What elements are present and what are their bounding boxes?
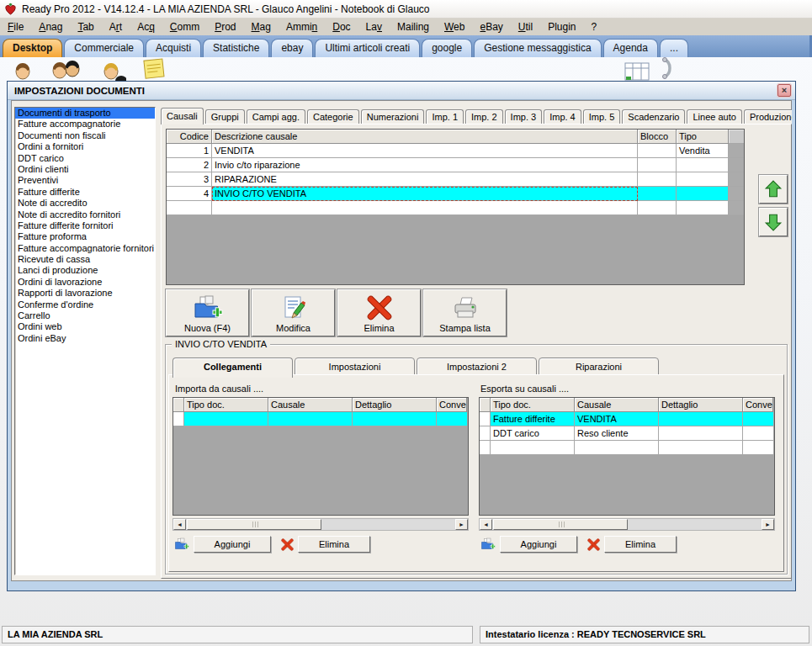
scroll-right-icon[interactable]: ► bbox=[762, 519, 774, 530]
tab-produzione[interactable]: Produzione bbox=[744, 109, 792, 124]
doc-type-ordini-di-lavorazione[interactable]: Ordini di lavorazione bbox=[15, 277, 155, 288]
esporta-col-conversione[interactable]: Conversione bbox=[743, 398, 773, 412]
doc-type-conferme-dordine[interactable]: Conferme d'ordine bbox=[15, 299, 155, 310]
table-row-riparazione[interactable]: 3 RIPARAZIONE bbox=[167, 172, 744, 187]
document-types-listbox[interactable]: Documenti di trasporto Fatture accompagn… bbox=[14, 107, 156, 575]
doc-type-fatture-differite-fornitori[interactable]: Fatture differite fornitori bbox=[15, 220, 155, 231]
menu-item-mailing[interactable]: Mailing bbox=[390, 19, 437, 34]
table-row-vendita[interactable]: 1 VENDITA Vendita bbox=[167, 144, 744, 158]
doc-type-fatture-proforma[interactable]: Fatture proforma bbox=[15, 231, 155, 242]
doc-type-fatture-differite[interactable]: Fatture differite bbox=[15, 187, 155, 198]
scroll-left-icon[interactable]: ◄ bbox=[173, 519, 186, 530]
workspace-tab-more[interactable]: ... bbox=[660, 39, 688, 57]
add-folder-icon[interactable] bbox=[480, 537, 496, 551]
menu-item-plugin[interactable]: Plugin bbox=[540, 19, 583, 34]
esporta-aggiungi-button[interactable]: Aggiungi bbox=[500, 536, 577, 553]
column-header-blocco[interactable]: Blocco bbox=[638, 130, 677, 144]
tab-riparazioni[interactable]: Riparazioni bbox=[539, 357, 659, 376]
menu-item-ammin[interactable]: Ammin bbox=[279, 19, 325, 34]
menu-item-file[interactable]: File bbox=[0, 19, 31, 34]
menu-item-anag[interactable]: Anag bbox=[31, 19, 70, 34]
doc-type-ordini-web[interactable]: Ordini web bbox=[15, 321, 155, 332]
delete-x-small-icon[interactable] bbox=[587, 538, 600, 551]
doc-type-lanci-di-produzione[interactable]: Lanci di produzione bbox=[15, 265, 155, 276]
column-header-descrizione[interactable]: Descrizione causale bbox=[212, 130, 638, 144]
esporta-col-tipo-doc[interactable]: Tipo doc. bbox=[491, 398, 575, 412]
doc-type-ordini-ebay[interactable]: Ordini eBay bbox=[15, 333, 155, 344]
doc-type-ordini-a-fornitori[interactable]: Ordini a fornitori bbox=[15, 141, 155, 152]
delete-x-small-icon[interactable] bbox=[281, 538, 294, 551]
scroll-left-icon[interactable]: ◄ bbox=[480, 519, 492, 530]
table-row-invio-riparazione[interactable]: 2 Invio c/to riparazione bbox=[167, 158, 744, 172]
workspace-tab-statistiche[interactable]: Statistiche bbox=[203, 39, 269, 57]
importa-elimina-button[interactable]: Elimina bbox=[298, 536, 370, 553]
doc-type-preventivi[interactable]: Preventivi bbox=[15, 175, 155, 186]
menu-item-ebay[interactable]: eBay bbox=[472, 19, 510, 34]
nuova-button[interactable]: Nuova (F4) bbox=[166, 289, 249, 336]
column-header-tipo[interactable]: Tipo bbox=[677, 130, 729, 144]
doc-type-note-accredito-fornitori[interactable]: Note di accredito fornitori bbox=[15, 209, 155, 220]
importa-col-dettaglio[interactable]: Dettaglio bbox=[353, 398, 437, 412]
importa-col-causale[interactable]: Causale bbox=[268, 398, 353, 412]
doc-type-ordini-clienti[interactable]: Ordini clienti bbox=[15, 164, 155, 175]
doc-type-fatture-accompagnatorie[interactable]: Fatture accompagnatorie bbox=[15, 119, 155, 130]
add-folder-icon[interactable] bbox=[174, 537, 189, 551]
doc-type-ddt-carico[interactable]: DDT carico bbox=[15, 153, 155, 164]
importa-col-tipo-doc[interactable]: Tipo doc. bbox=[184, 398, 268, 412]
menu-item-comm[interactable]: Comm bbox=[162, 19, 207, 34]
table-row-invio-cto-vendita-selected[interactable]: 4 INVIO C/TO VENDITA bbox=[167, 187, 744, 201]
tab-imp-3[interactable]: Imp. 3 bbox=[505, 109, 543, 124]
menu-item-doc[interactable]: Doc bbox=[325, 19, 358, 34]
modifica-button[interactable]: Modifica bbox=[252, 289, 335, 336]
tab-collegamenti[interactable]: Collegamenti bbox=[172, 357, 293, 378]
menu-item-web[interactable]: Web bbox=[437, 19, 472, 34]
workspace-tab-acquisti[interactable]: Acquisti bbox=[146, 39, 201, 57]
tab-impostazioni[interactable]: Impostazioni bbox=[295, 357, 415, 376]
menu-item-prod[interactable]: Prod bbox=[207, 19, 243, 34]
stampa-lista-button[interactable]: Stampa lista bbox=[423, 289, 507, 336]
workspace-tab-ebay[interactable]: ebay bbox=[271, 39, 313, 57]
tab-imp-2[interactable]: Imp. 2 bbox=[465, 109, 503, 124]
desktop-note-icon[interactable] bbox=[143, 57, 167, 82]
tab-numerazioni[interactable]: Numerazioni bbox=[361, 109, 425, 124]
menu-item-util[interactable]: Util bbox=[511, 19, 540, 34]
tab-campi-agg[interactable]: Campi agg. bbox=[247, 109, 305, 124]
tab-categorie[interactable]: Categorie bbox=[307, 109, 359, 124]
dialog-titlebar[interactable]: IMPOSTAZIONI DOCUMENTI × bbox=[8, 82, 795, 100]
scroll-right-icon[interactable]: ► bbox=[455, 519, 468, 530]
doc-type-ricevute-di-cassa[interactable]: Ricevute di cassa bbox=[15, 254, 155, 265]
workspace-tab-google[interactable]: google bbox=[422, 39, 472, 57]
importa-col-conversione[interactable]: Conversione bbox=[437, 398, 467, 412]
workspace-tab-ultimi-articoli[interactable]: Ultimi articoli creati bbox=[315, 39, 420, 57]
doc-type-fatture-accomp-fornitori[interactable]: Fatture accompagnatorie fornitori bbox=[15, 243, 155, 254]
esporta-col-causale[interactable]: Causale bbox=[575, 398, 659, 412]
menu-item-acq[interactable]: Acq bbox=[130, 19, 162, 34]
tab-scadenzario[interactable]: Scadenzario bbox=[622, 109, 685, 124]
importa-scroll-thumb[interactable] bbox=[187, 519, 321, 530]
desktop-people-icon[interactable] bbox=[52, 59, 81, 82]
workspace-tab-commerciale[interactable]: Commerciale bbox=[64, 39, 144, 57]
tab-impostazioni-2[interactable]: Impostazioni 2 bbox=[417, 357, 537, 376]
table-row-empty[interactable] bbox=[167, 201, 744, 215]
esporta-elimina-button[interactable]: Elimina bbox=[604, 536, 677, 553]
esporta-row-empty[interactable] bbox=[480, 441, 774, 455]
tab-imp-1[interactable]: Imp. 1 bbox=[426, 109, 464, 124]
doc-type-rapporti-di-lavorazione[interactable]: Rapporti di lavorazione bbox=[15, 288, 155, 299]
tab-imp-4[interactable]: Imp. 4 bbox=[544, 109, 581, 124]
importa-row-selected[interactable] bbox=[173, 412, 468, 426]
menu-item-art[interactable]: Art bbox=[102, 19, 130, 34]
esporta-scroll-thumb[interactable] bbox=[493, 519, 628, 530]
tab-linee-auto[interactable]: Linee auto bbox=[687, 109, 741, 124]
doc-type-documenti-non-fiscali[interactable]: Documenti non fiscali bbox=[15, 130, 155, 141]
dialog-close-icon[interactable]: × bbox=[778, 84, 791, 97]
column-header-codice[interactable]: Codice bbox=[167, 130, 212, 144]
menu-item-lav[interactable]: Lav bbox=[358, 19, 390, 34]
esporta-hscrollbar[interactable]: ◄ ► bbox=[479, 518, 775, 531]
desktop-table-icon[interactable] bbox=[624, 62, 650, 82]
esporta-row-ddt-carico[interactable]: DDT carico Reso cliente bbox=[480, 426, 774, 441]
menu-item-mag[interactable]: Mag bbox=[244, 19, 279, 34]
doc-type-documenti-di-trasporto[interactable]: Documenti di trasporto bbox=[15, 108, 155, 119]
tab-causali[interactable]: Causali bbox=[161, 108, 204, 124]
menu-item-help[interactable]: ? bbox=[584, 19, 605, 34]
workspace-tab-desktop[interactable]: Desktop bbox=[3, 39, 62, 57]
